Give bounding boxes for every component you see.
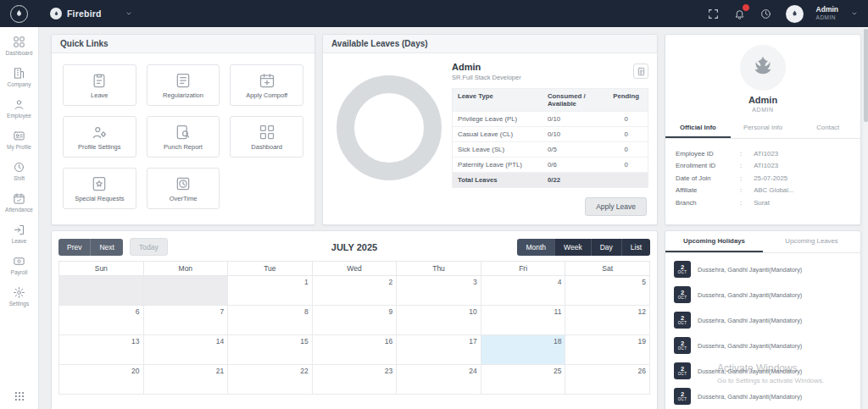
sidebar-item-settings[interactable]: Settings: [0, 286, 39, 307]
sidebar-item-my-profile[interactable]: My Profile: [0, 130, 39, 150]
calendar-day-cell[interactable]: 22: [228, 365, 313, 395]
sidebar: Dashboard Company Employee My Profile Sh…: [0, 27, 39, 409]
calendar-day-cell[interactable]: 17: [397, 335, 481, 365]
calendar-day-cell[interactable]: 4: [481, 276, 565, 306]
field-affiliate: Affiliate ABC Global...: [676, 186, 850, 194]
apps-grid-icon[interactable]: [0, 390, 39, 402]
calendar-day-cell[interactable]: 7: [143, 306, 228, 335]
calendar-day-cell[interactable]: 16: [312, 335, 397, 365]
user-menu-chevron-icon[interactable]: [851, 10, 858, 17]
field-enrollment-id: Enrollment ID ATI1023: [676, 162, 850, 169]
field-branch: Branch Surat: [676, 199, 850, 207]
tab-upcoming-holidays[interactable]: Upcoming Holidays: [665, 231, 763, 252]
notification-badge: [742, 3, 750, 12]
holiday-list: 2OCT Dussehra, Gandhi Jayanti(Mandatory)…: [665, 253, 860, 409]
employee-designation: SR.Full Stack Developer: [452, 74, 648, 81]
leave-table-header: Leave Type Consumed / Available Pending: [453, 89, 648, 112]
calendar-day-cell[interactable]: 21: [143, 365, 228, 395]
quick-link-regularization[interactable]: Regularization: [147, 64, 220, 106]
calendar-day-cell[interactable]: 25: [481, 365, 565, 395]
calendar-day-cell[interactable]: 15: [228, 335, 313, 365]
field-employee-id: Employee ID ATI1023: [676, 150, 850, 158]
tab-contact[interactable]: Contact: [795, 119, 860, 138]
fullscreen-icon[interactable]: [707, 7, 721, 20]
sidebar-item-attendance[interactable]: Attendance: [0, 192, 39, 213]
calendar-day-cell[interactable]: 9: [312, 306, 397, 335]
calendar-day-cell[interactable]: 8: [228, 306, 313, 335]
calendar-day-cell[interactable]: 12: [565, 306, 650, 335]
calendar-day-cell[interactable]: 10: [397, 306, 481, 335]
available-leaves-card: Available Leaves (Days) Admin SR.Full St…: [322, 34, 658, 225]
date-badge: 2OCT: [674, 312, 691, 329]
tab-upcoming-leaves[interactable]: Upcoming Leaves: [763, 231, 860, 252]
calendar-view-week[interactable]: Week: [554, 239, 591, 256]
calendar-title: JULY 2025: [331, 242, 377, 252]
list-item: 2OCT Dussehra, Gandhi Jayanti(Mandatory): [674, 358, 852, 384]
calendar-plus-icon: [259, 72, 275, 89]
quick-link-punch-report[interactable]: Punch Report: [147, 116, 220, 158]
calendar-day-cell[interactable]: 1: [228, 276, 313, 306]
sidebar-item-payroll[interactable]: Payroll: [0, 255, 39, 275]
calendar-day-cell[interactable]: 3: [397, 276, 481, 306]
calendar-week-row: 20 21 22 23 24 25 26: [59, 365, 650, 395]
workspace-selector[interactable]: Firebird: [50, 8, 132, 19]
clock-icon[interactable]: [760, 7, 773, 20]
clipboard-icon: [91, 72, 108, 89]
apply-leave-button[interactable]: Apply Leave: [585, 197, 647, 216]
payroll-icon: [13, 255, 25, 268]
id-card-icon: [13, 130, 25, 142]
table-total-row: Total Leaves 0/22: [453, 173, 648, 187]
calendar-weekday-row: Sun Mon Tue Wed Thu Fri Sat: [59, 262, 650, 276]
calendar-day-cell[interactable]: 20: [59, 365, 144, 395]
sidebar-item-employee[interactable]: Employee: [0, 98, 39, 119]
calendar-day-cell[interactable]: 14: [143, 335, 228, 365]
quick-link-leave[interactable]: Leave: [63, 64, 136, 106]
calendar-day-cell[interactable]: 23: [312, 365, 397, 395]
quick-link-apply-compoff[interactable]: Apply Compoff: [230, 64, 303, 106]
calendar-view-month[interactable]: Month: [517, 239, 554, 256]
calendar-day-cell[interactable]: 2: [312, 276, 397, 306]
quick-link-profile-settings[interactable]: Profile Settings: [63, 116, 136, 158]
calendar-day-cell[interactable]: [143, 276, 228, 306]
report-search-icon: [175, 124, 192, 141]
employee-name: Admin: [452, 62, 648, 72]
profile-name: Admin: [665, 95, 860, 105]
calendar-day-cell[interactable]: 26: [565, 365, 650, 395]
field-date-of-join: Date of Join 25-07-2025: [676, 174, 850, 182]
calendar-today-button[interactable]: Today: [130, 238, 168, 256]
calendar-day-cell[interactable]: 13: [59, 335, 144, 365]
calendar-next-button[interactable]: Next: [91, 239, 122, 256]
calendar-day-cell[interactable]: [59, 276, 144, 306]
user-name: Admin: [816, 6, 838, 14]
app-logo-icon[interactable]: [10, 5, 28, 23]
sidebar-item-shift[interactable]: Shift: [0, 161, 39, 181]
quick-links-title: Quick Links: [52, 35, 314, 53]
sidebar-item-leave[interactable]: Leave: [0, 224, 39, 244]
notifications-bell-icon[interactable]: [733, 7, 747, 20]
calendar-day-cell[interactable]: 5: [565, 276, 650, 306]
quick-link-dashboard[interactable]: Dashboard: [230, 116, 303, 158]
calendar-today-cell[interactable]: 18: [481, 335, 565, 365]
calendar-view-day[interactable]: Day: [591, 239, 621, 256]
quick-link-special-requests[interactable]: Special Requests: [63, 168, 136, 209]
user-menu[interactable]: Admin ADMIN: [816, 6, 838, 20]
tab-official-info[interactable]: Official Info: [665, 119, 731, 138]
tab-personal-info[interactable]: Personal Info: [731, 119, 796, 138]
avatar[interactable]: [786, 5, 804, 23]
calendar-prev-button[interactable]: Prev: [58, 239, 91, 256]
list-item: 2OCT Dussehra, Gandhi Jayanti(Mandatory): [674, 282, 852, 307]
scrollbar-thumb[interactable]: [864, 29, 868, 122]
profile-role: ADMIN: [665, 107, 860, 113]
doc-star-icon: [91, 175, 108, 192]
sidebar-item-dashboard[interactable]: Dashboard: [0, 36, 39, 56]
calendar-day-cell[interactable]: 11: [481, 306, 565, 335]
calendar-day-cell[interactable]: 19: [565, 335, 650, 365]
list-item: 2OCT Dussehra, Gandhi Jayanti(Mandatory): [674, 333, 852, 358]
sidebar-item-company[interactable]: Company: [0, 67, 39, 87]
vertical-scrollbar[interactable]: [864, 27, 868, 409]
dashboard-icon: [13, 36, 25, 48]
quick-link-overtime[interactable]: OverTime: [147, 168, 220, 209]
calendar-day-cell[interactable]: 6: [59, 306, 144, 335]
calendar-day-cell[interactable]: 24: [397, 365, 481, 395]
calendar-view-list[interactable]: List: [621, 239, 650, 256]
